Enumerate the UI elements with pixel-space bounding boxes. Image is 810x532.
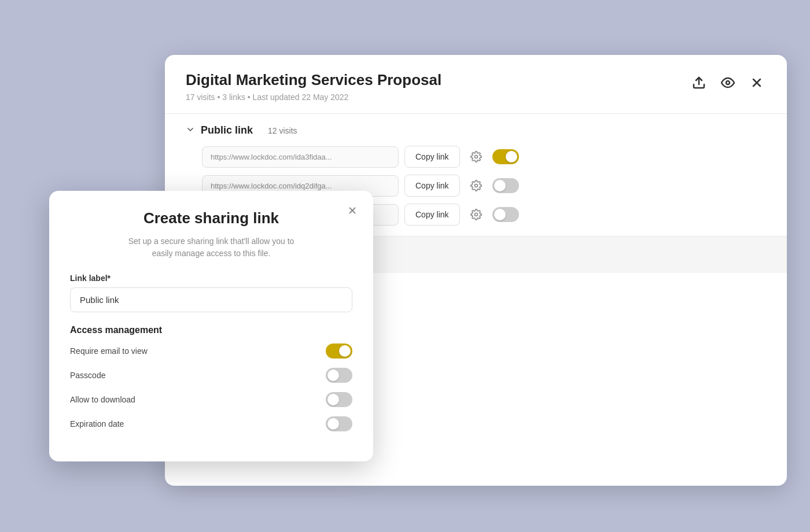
link-label-field-label: Link label* (70, 274, 352, 283)
copy-link-button-2[interactable]: Copy link (404, 175, 460, 197)
panel-title: Digital Marketing Services Proposal (186, 71, 441, 89)
link-url-input-1[interactable] (202, 146, 399, 168)
link-toggle-3[interactable] (492, 207, 519, 222)
access-row-allow-download: Allow to download (70, 392, 352, 407)
gear-icon (470, 209, 482, 220)
svg-point-5 (474, 184, 477, 187)
allow-download-label: Allow to download (70, 395, 135, 404)
allow-download-toggle[interactable] (326, 392, 352, 407)
close-icon (750, 76, 764, 90)
link-settings-button-1[interactable] (466, 146, 487, 167)
link-settings-button-2[interactable] (466, 175, 487, 196)
preview-button[interactable] (719, 73, 737, 92)
create-sharing-link-modal: Create sharing link Set up a secure shar… (49, 191, 373, 461)
link-label-input[interactable] (70, 287, 352, 312)
access-row-expiration: Expiration date (70, 416, 352, 431)
modal-title: Create sharing link (70, 209, 352, 227)
public-link-title: Public link (201, 124, 253, 136)
expiration-date-label: Expiration date (70, 419, 124, 428)
link-settings-button-3[interactable] (466, 204, 487, 225)
expiration-date-toggle[interactable] (326, 416, 352, 431)
passcode-label: Passcode (70, 371, 105, 380)
panel-meta: 17 visits • 3 links • Last updated 22 Ma… (186, 93, 441, 102)
svg-point-4 (474, 156, 477, 158)
upload-button[interactable] (690, 73, 708, 92)
gear-icon (470, 180, 482, 191)
require-email-label: Require email to view (70, 346, 148, 356)
require-email-toggle[interactable] (326, 343, 352, 359)
visits-badge: 12 visits (268, 126, 297, 135)
copy-link-button-3[interactable]: Copy link (404, 204, 460, 226)
gear-icon (470, 151, 482, 162)
public-link-header: Public link 12 visits (186, 124, 766, 136)
access-row-passcode: Passcode (70, 368, 352, 383)
chevron-down-icon[interactable] (186, 125, 195, 136)
svg-point-1 (726, 81, 730, 84)
eye-icon (721, 76, 735, 90)
panel-header-left: Digital Marketing Services Proposal 17 v… (186, 71, 441, 102)
close-panel-button[interactable] (748, 73, 766, 92)
access-row-require-email: Require email to view (70, 343, 352, 359)
panel-header-actions (690, 73, 766, 92)
modal-description: Set up a secure sharing link that'll all… (70, 235, 352, 260)
close-icon (347, 205, 358, 216)
link-row: Copy link (202, 146, 766, 168)
link-toggle-1[interactable] (492, 149, 519, 164)
svg-point-6 (474, 213, 477, 216)
access-management-title: Access management (70, 325, 352, 335)
passcode-toggle[interactable] (326, 368, 352, 383)
panel-header: Digital Marketing Services Proposal 17 v… (165, 55, 787, 114)
copy-link-button-1[interactable]: Copy link (404, 146, 460, 168)
upload-icon (692, 76, 706, 90)
link-toggle-2[interactable] (492, 178, 519, 193)
modal-close-button[interactable] (344, 202, 360, 219)
